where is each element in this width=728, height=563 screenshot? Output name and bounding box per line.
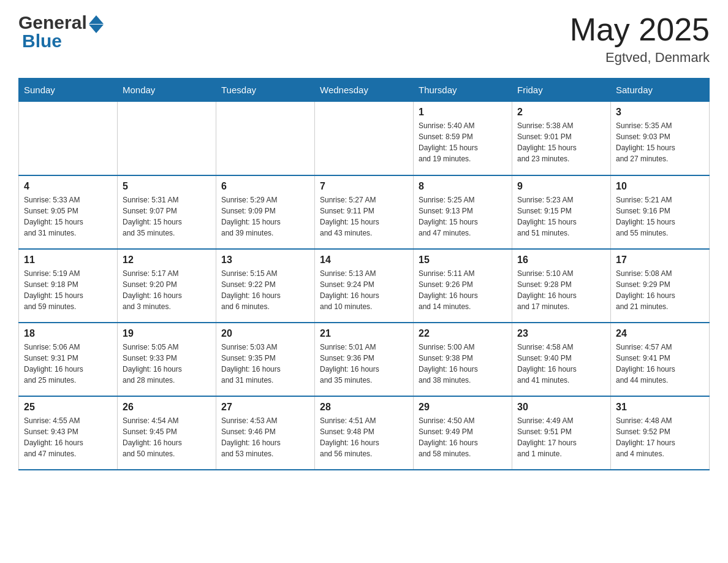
- day-number: 24: [616, 328, 704, 339]
- calendar-cell: 12Sunrise: 5:17 AM Sunset: 9:20 PM Dayli…: [118, 249, 216, 323]
- day-info: Sunrise: 5:27 AM Sunset: 9:11 PM Dayligh…: [320, 194, 408, 239]
- location-title: Egtved, Denmark: [570, 50, 710, 66]
- calendar-cell: 15Sunrise: 5:11 AM Sunset: 9:26 PM Dayli…: [414, 249, 512, 323]
- day-info: Sunrise: 5:10 AM Sunset: 9:28 PM Dayligh…: [517, 268, 605, 312]
- day-info: Sunrise: 5:11 AM Sunset: 9:26 PM Dayligh…: [419, 268, 507, 312]
- day-number: 14: [320, 255, 408, 266]
- calendar-cell: 2Sunrise: 5:38 AM Sunset: 9:01 PM Daylig…: [512, 102, 611, 175]
- calendar-cell: 5Sunrise: 5:31 AM Sunset: 9:07 PM Daylig…: [118, 175, 216, 249]
- calendar-cell: 18Sunrise: 5:06 AM Sunset: 9:31 PM Dayli…: [19, 323, 118, 396]
- day-number: 4: [24, 181, 112, 192]
- day-number: 21: [320, 328, 408, 339]
- calendar-cell: 10Sunrise: 5:21 AM Sunset: 9:16 PM Dayli…: [611, 175, 710, 249]
- day-info: Sunrise: 5:19 AM Sunset: 9:18 PM Dayligh…: [24, 268, 112, 312]
- logo-blue-text: Blue: [22, 31, 62, 52]
- calendar-cell: 9Sunrise: 5:23 AM Sunset: 9:15 PM Daylig…: [512, 175, 611, 249]
- day-info: Sunrise: 5:06 AM Sunset: 9:31 PM Dayligh…: [24, 342, 112, 386]
- day-info: Sunrise: 5:33 AM Sunset: 9:05 PM Dayligh…: [24, 194, 112, 239]
- week-row-4: 18Sunrise: 5:06 AM Sunset: 9:31 PM Dayli…: [19, 323, 710, 396]
- day-info: Sunrise: 5:38 AM Sunset: 9:01 PM Dayligh…: [517, 120, 605, 164]
- weekday-header-thursday: Thursday: [414, 79, 512, 102]
- calendar-cell: 24Sunrise: 4:57 AM Sunset: 9:41 PM Dayli…: [611, 323, 710, 396]
- day-number: 28: [320, 402, 408, 413]
- calendar-cell: 14Sunrise: 5:13 AM Sunset: 9:24 PM Dayli…: [315, 249, 414, 323]
- day-info: Sunrise: 4:57 AM Sunset: 9:41 PM Dayligh…: [616, 342, 704, 386]
- calendar-cell: 13Sunrise: 5:15 AM Sunset: 9:22 PM Dayli…: [216, 249, 315, 323]
- day-info: Sunrise: 4:54 AM Sunset: 9:45 PM Dayligh…: [123, 415, 211, 459]
- day-number: 26: [123, 402, 211, 413]
- calendar-cell: 1Sunrise: 5:40 AM Sunset: 8:59 PM Daylig…: [414, 102, 512, 175]
- calendar-cell: 19Sunrise: 5:05 AM Sunset: 9:33 PM Dayli…: [118, 323, 216, 396]
- calendar-cell: 30Sunrise: 4:49 AM Sunset: 9:51 PM Dayli…: [512, 396, 611, 470]
- day-info: Sunrise: 4:49 AM Sunset: 9:51 PM Dayligh…: [517, 415, 605, 459]
- day-number: 17: [616, 255, 704, 266]
- week-row-5: 25Sunrise: 4:55 AM Sunset: 9:43 PM Dayli…: [19, 396, 710, 470]
- day-info: Sunrise: 5:01 AM Sunset: 9:36 PM Dayligh…: [320, 342, 408, 386]
- month-title: May 2025: [570, 12, 710, 47]
- day-number: 31: [616, 402, 704, 413]
- weekday-header-wednesday: Wednesday: [315, 79, 414, 102]
- weekday-header-friday: Friday: [512, 79, 611, 102]
- calendar-cell: 16Sunrise: 5:10 AM Sunset: 9:28 PM Dayli…: [512, 249, 611, 323]
- title-section: May 2025 Egtved, Denmark: [570, 12, 710, 66]
- day-number: 16: [517, 255, 605, 266]
- day-number: 23: [517, 328, 605, 339]
- calendar-cell: 7Sunrise: 5:27 AM Sunset: 9:11 PM Daylig…: [315, 175, 414, 249]
- logo-general-text: General: [18, 12, 87, 33]
- calendar-cell: 11Sunrise: 5:19 AM Sunset: 9:18 PM Dayli…: [19, 249, 118, 323]
- day-number: 5: [123, 181, 211, 192]
- day-info: Sunrise: 5:40 AM Sunset: 8:59 PM Dayligh…: [419, 120, 507, 164]
- day-number: 29: [419, 402, 507, 413]
- day-info: Sunrise: 5:13 AM Sunset: 9:24 PM Dayligh…: [320, 268, 408, 312]
- calendar-cell: 31Sunrise: 4:48 AM Sunset: 9:52 PM Dayli…: [611, 396, 710, 470]
- day-number: 2: [517, 107, 605, 118]
- weekday-header-row: SundayMondayTuesdayWednesdayThursdayFrid…: [19, 79, 710, 102]
- weekday-header-monday: Monday: [118, 79, 216, 102]
- day-info: Sunrise: 5:35 AM Sunset: 9:03 PM Dayligh…: [616, 120, 704, 164]
- day-number: 9: [517, 181, 605, 192]
- day-info: Sunrise: 5:29 AM Sunset: 9:09 PM Dayligh…: [221, 194, 309, 239]
- day-number: 1: [419, 107, 507, 118]
- day-number: 22: [419, 328, 507, 339]
- calendar-cell: 21Sunrise: 5:01 AM Sunset: 9:36 PM Dayli…: [315, 323, 414, 396]
- day-number: 20: [221, 328, 309, 339]
- calendar-cell: 4Sunrise: 5:33 AM Sunset: 9:05 PM Daylig…: [19, 175, 118, 249]
- day-number: 12: [123, 255, 211, 266]
- day-number: 19: [123, 328, 211, 339]
- day-number: 6: [221, 181, 309, 192]
- calendar-table: SundayMondayTuesdayWednesdayThursdayFrid…: [18, 78, 710, 470]
- calendar-cell: 28Sunrise: 4:51 AM Sunset: 9:48 PM Dayli…: [315, 396, 414, 470]
- day-info: Sunrise: 5:00 AM Sunset: 9:38 PM Dayligh…: [419, 342, 507, 386]
- logo: General Blue: [18, 12, 104, 52]
- calendar-cell: 6Sunrise: 5:29 AM Sunset: 9:09 PM Daylig…: [216, 175, 315, 249]
- logo-triangle-top: [89, 15, 104, 24]
- day-number: 25: [24, 402, 112, 413]
- calendar-cell: 22Sunrise: 5:00 AM Sunset: 9:38 PM Dayli…: [414, 323, 512, 396]
- weekday-header-sunday: Sunday: [19, 79, 118, 102]
- header: General Blue May 2025 Egtved, Denmark: [18, 12, 710, 66]
- day-info: Sunrise: 5:08 AM Sunset: 9:29 PM Dayligh…: [616, 268, 704, 312]
- day-number: 27: [221, 402, 309, 413]
- calendar-cell: 8Sunrise: 5:25 AM Sunset: 9:13 PM Daylig…: [414, 175, 512, 249]
- calendar-cell: [315, 102, 414, 175]
- day-info: Sunrise: 4:50 AM Sunset: 9:49 PM Dayligh…: [419, 415, 507, 459]
- calendar-cell: 23Sunrise: 4:58 AM Sunset: 9:40 PM Dayli…: [512, 323, 611, 396]
- day-number: 18: [24, 328, 112, 339]
- day-number: 10: [616, 181, 704, 192]
- day-number: 30: [517, 402, 605, 413]
- calendar-cell: 25Sunrise: 4:55 AM Sunset: 9:43 PM Dayli…: [19, 396, 118, 470]
- day-info: Sunrise: 4:48 AM Sunset: 9:52 PM Dayligh…: [616, 415, 704, 459]
- day-info: Sunrise: 5:05 AM Sunset: 9:33 PM Dayligh…: [123, 342, 211, 386]
- day-info: Sunrise: 5:03 AM Sunset: 9:35 PM Dayligh…: [221, 342, 309, 386]
- calendar-cell: 27Sunrise: 4:53 AM Sunset: 9:46 PM Dayli…: [216, 396, 315, 470]
- calendar-cell: 29Sunrise: 4:50 AM Sunset: 9:49 PM Dayli…: [414, 396, 512, 470]
- day-info: Sunrise: 4:58 AM Sunset: 9:40 PM Dayligh…: [517, 342, 605, 386]
- day-info: Sunrise: 5:23 AM Sunset: 9:15 PM Dayligh…: [517, 194, 605, 239]
- day-number: 13: [221, 255, 309, 266]
- day-info: Sunrise: 4:51 AM Sunset: 9:48 PM Dayligh…: [320, 415, 408, 459]
- weekday-header-saturday: Saturday: [611, 79, 710, 102]
- week-row-3: 11Sunrise: 5:19 AM Sunset: 9:18 PM Dayli…: [19, 249, 710, 323]
- calendar-cell: 26Sunrise: 4:54 AM Sunset: 9:45 PM Dayli…: [118, 396, 216, 470]
- day-number: 7: [320, 181, 408, 192]
- day-number: 8: [419, 181, 507, 192]
